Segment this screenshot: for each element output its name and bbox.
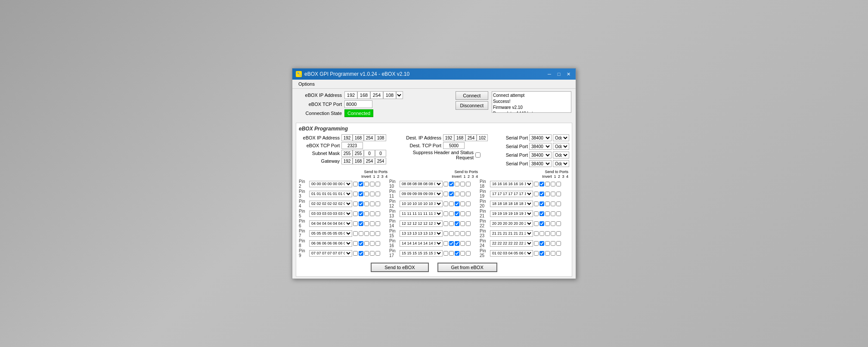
gw-1[interactable] [341, 158, 353, 164]
pin-12-p1[interactable] [449, 201, 454, 206]
pin-23-p1[interactable] [539, 231, 544, 236]
pin-20-invert[interactable] [534, 201, 539, 206]
pin-8-p2[interactable] [364, 241, 369, 246]
pin-17-select[interactable]: 15 15 15 15 15 15 1 [400, 250, 443, 257]
pin-14-p1[interactable] [449, 221, 454, 226]
pin-6-p2[interactable] [364, 221, 369, 226]
pin-7-p3[interactable] [370, 231, 375, 236]
serial-rate-3[interactable]: 38400 [529, 152, 552, 158]
pin-9-p3[interactable] [370, 251, 375, 256]
pin-19-p3[interactable] [551, 192, 555, 196]
pin-25-p4[interactable] [556, 251, 561, 256]
pin-7-p2[interactable] [364, 231, 369, 236]
pin-13-select[interactable]: 11 11 11 11 11 11 1 [400, 211, 443, 217]
pin-17-p2[interactable] [455, 251, 459, 256]
pin-24-p4[interactable] [556, 241, 561, 246]
pin-21-p1[interactable] [539, 211, 544, 216]
pin-13-p4[interactable] [466, 211, 471, 216]
pin-16-select[interactable]: 14 14 14 14 14 14 1 [400, 240, 443, 247]
ebox-ip-4[interactable] [375, 134, 386, 141]
pin-22-p1[interactable] [539, 221, 544, 226]
pin-20-p2[interactable] [545, 201, 550, 206]
serial-parity-1[interactable]: Odd [553, 134, 569, 141]
pin-5-p1[interactable] [359, 211, 363, 216]
serial-rate-2[interactable]: 38400 [529, 143, 552, 150]
pin-21-p4[interactable] [556, 211, 561, 216]
pin-14-p3[interactable] [460, 221, 465, 226]
ip-dropdown[interactable]: ▼ [396, 91, 403, 99]
pin-5-p2[interactable] [364, 211, 369, 216]
pin-22-p4[interactable] [556, 221, 561, 226]
subnet-4[interactable] [375, 150, 386, 157]
pin-10-select[interactable]: 08 08 08 08 08 08 0 [400, 181, 443, 187]
serial-parity-4[interactable]: Odd [553, 160, 569, 167]
connect-button[interactable]: Connect [456, 91, 488, 100]
pin-18-p1[interactable] [539, 182, 544, 186]
close-button[interactable]: ✕ [564, 71, 572, 77]
pin-12-p3[interactable] [460, 201, 465, 206]
pin-3-p3[interactable] [370, 192, 375, 196]
subnet-3[interactable] [364, 150, 375, 157]
pin-5-p3[interactable] [370, 211, 375, 216]
gw-2[interactable] [353, 158, 364, 164]
pin-7-select[interactable]: 05 05 05 05 05 05 0 [309, 230, 352, 237]
pin-17-p1[interactable] [449, 251, 454, 256]
pin-3-p1[interactable] [359, 192, 363, 196]
pin-23-invert[interactable] [534, 231, 539, 236]
pin-22-select[interactable]: 20 20 20 20 20 20 2 [490, 220, 533, 227]
pin-4-p2[interactable] [364, 201, 369, 206]
pin-10-p3[interactable] [460, 182, 465, 186]
ip-part-4[interactable] [383, 91, 396, 99]
pin-10-p2[interactable] [455, 182, 459, 186]
pin-13-invert[interactable] [443, 211, 448, 216]
options-menu[interactable]: Options [296, 81, 317, 87]
pin-2-invert[interactable] [353, 182, 358, 186]
pin-23-select[interactable]: 21 21 21 21 21 21 2 [490, 230, 533, 237]
pin-15-p3[interactable] [460, 231, 465, 236]
pin-12-invert[interactable] [443, 201, 448, 206]
pin-10-invert[interactable] [443, 182, 448, 186]
pin-13-p1[interactable] [449, 211, 454, 216]
pin-19-p1[interactable] [539, 192, 544, 196]
pin-18-p2[interactable] [545, 182, 550, 186]
pin-16-p3[interactable] [460, 241, 465, 246]
pin-14-p4[interactable] [466, 221, 471, 226]
serial-rate-1[interactable]: 38400 [529, 134, 552, 141]
pin-12-select[interactable]: 10 10 10 10 10 10 1 [400, 201, 443, 207]
pin-7-p1[interactable] [359, 231, 363, 236]
pin-14-invert[interactable] [443, 221, 448, 226]
gw-3[interactable] [364, 158, 375, 164]
pin-2-p2[interactable] [364, 182, 369, 186]
ebox-ip-2[interactable] [353, 134, 364, 141]
pin-8-invert[interactable] [353, 241, 358, 246]
pin-24-invert[interactable] [534, 241, 539, 246]
pin-6-invert[interactable] [353, 221, 358, 226]
dest-ip-2[interactable] [454, 134, 465, 141]
pin-5-p4[interactable] [375, 211, 380, 216]
pin-13-p3[interactable] [460, 211, 465, 216]
pin-18-select[interactable]: 16 16 16 16 16 16 1 [490, 181, 533, 187]
pin-21-p3[interactable] [551, 211, 555, 216]
pin-22-p2[interactable] [545, 221, 550, 226]
get-from-ebox-button[interactable]: Get from eBOX [437, 263, 497, 272]
pin-11-p4[interactable] [466, 192, 471, 196]
pin-24-p2[interactable] [545, 241, 550, 246]
pin-2-p4[interactable] [375, 182, 380, 186]
pin-2-select[interactable]: 00 00 00 00 00 00 0 [309, 181, 352, 187]
pin-19-p4[interactable] [556, 192, 561, 196]
pin-12-p4[interactable] [466, 201, 471, 206]
pin-21-select[interactable]: 19 19 19 19 19 19 1 [490, 211, 533, 217]
pin-11-invert[interactable] [443, 192, 448, 196]
pin-17-p4[interactable] [466, 251, 471, 256]
pin-15-select[interactable]: 13 13 13 13 13 13 1 [400, 230, 443, 237]
pin-16-invert[interactable] [443, 241, 448, 246]
pin-23-p4[interactable] [556, 231, 561, 236]
pin-19-invert[interactable] [534, 192, 539, 196]
pin-15-invert[interactable] [443, 231, 448, 236]
ip-part-1[interactable] [344, 91, 357, 99]
ip-part-2[interactable] [357, 91, 370, 99]
pin-5-select[interactable]: 03 03 03 03 03 03 0 [309, 211, 352, 217]
pin-21-invert[interactable] [534, 211, 539, 216]
pin-8-p3[interactable] [370, 241, 375, 246]
pin-2-p3[interactable] [370, 182, 375, 186]
